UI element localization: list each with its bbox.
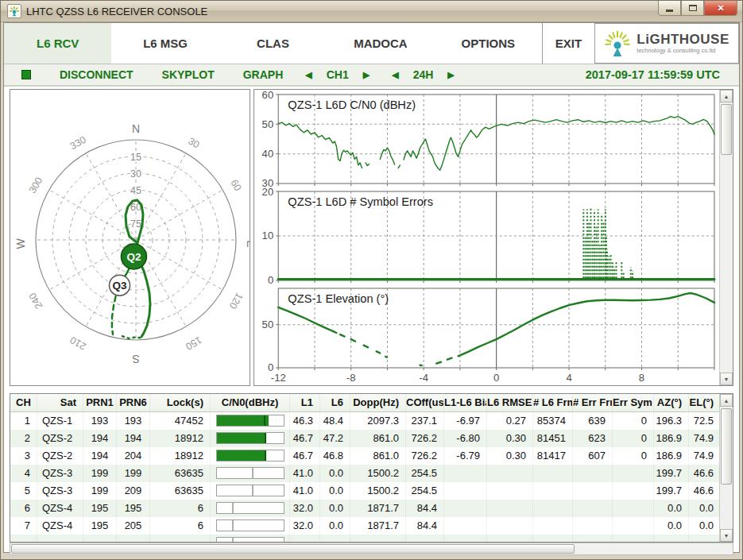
table-row[interactable]: 7QZS-4195205632.00.01871.784.40.00.0 bbox=[10, 517, 719, 535]
cell-errsym bbox=[613, 535, 654, 542]
column-header-errsym: Err Sym bbox=[613, 394, 654, 411]
cell-el: 74.9 bbox=[689, 447, 719, 465]
table-scrollbar[interactable]: ▲ ▼ bbox=[719, 394, 733, 542]
table-horizontal-scrollbar[interactable] bbox=[10, 543, 733, 555]
cell-prn6: 204 bbox=[117, 447, 150, 465]
tab-madoca[interactable]: MADOCA bbox=[327, 23, 434, 64]
table-header-row: CHSatPRN1PRN6Lock(s)C/N0(dBHz)L1L6Dopp(H… bbox=[10, 394, 719, 412]
cell-l1: 46.7 bbox=[290, 430, 320, 447]
scroll-down-icon[interactable]: ▼ bbox=[720, 529, 733, 542]
cn0-bar bbox=[216, 485, 284, 496]
disconnect-button[interactable]: DISCONNECT bbox=[60, 68, 134, 81]
titlebar[interactable]: LHTC QZSS L6 RECEIVER CONSOLE ✕ bbox=[1, 1, 742, 22]
cell-lock bbox=[150, 535, 211, 542]
table-row[interactable]: 4QZS-31991996363541.00.01500.2254.5199.7… bbox=[10, 465, 719, 482]
cell-prn1: 199 bbox=[83, 482, 117, 500]
svg-text:40: 40 bbox=[262, 148, 274, 160]
cell-l1: 32.0 bbox=[290, 517, 320, 535]
table-scrollbar-thumb[interactable] bbox=[721, 408, 732, 485]
cell-errfrm: 639 bbox=[573, 412, 613, 430]
app-icon bbox=[7, 4, 21, 18]
svg-text:-4: -4 bbox=[419, 372, 428, 384]
cell-errfrm bbox=[573, 482, 613, 500]
svg-text:S: S bbox=[132, 353, 139, 365]
status-strip bbox=[4, 555, 739, 560]
table-row[interactable]: 5QZS-31992096363541.00.01500.2254.5199.7… bbox=[10, 482, 719, 500]
cell-sat: QZS-3 bbox=[37, 482, 83, 500]
skyplot-button[interactable]: SKYPLOT bbox=[162, 68, 215, 81]
cell-rmse: 0.30 bbox=[487, 430, 533, 447]
minimize-button[interactable] bbox=[658, 1, 681, 16]
cell-coff: 237.1 bbox=[406, 412, 444, 430]
cell-bar bbox=[211, 465, 290, 482]
column-header-rmse: L6 RMSE bbox=[487, 394, 533, 411]
cell-prn1: 194 bbox=[83, 430, 117, 447]
cn0-bar bbox=[216, 537, 284, 542]
cell-ch: 6 bbox=[10, 500, 37, 517]
toolbar: DISCONNECT SKYPLOT GRAPH ◀ CH1 ▶ ◀ 24H ▶… bbox=[4, 64, 739, 87]
cell-dopp: 1500.2 bbox=[350, 482, 406, 500]
scroll-up-icon[interactable]: ▲ bbox=[720, 90, 733, 102]
svg-text:210: 210 bbox=[68, 334, 88, 353]
cell-sat bbox=[37, 535, 83, 542]
cell-az: 199.7 bbox=[654, 465, 689, 482]
cell-coff bbox=[406, 535, 444, 542]
cell-l6: 46.8 bbox=[320, 447, 350, 465]
graph-scrollbar-thumb[interactable] bbox=[721, 104, 732, 155]
cell-dopp: 1500.2 bbox=[350, 465, 406, 482]
skyplot-chart: 1530456075NESW3060120150210240300330Q2Q3 bbox=[10, 90, 250, 385]
range-next-icon[interactable]: ▶ bbox=[447, 70, 454, 80]
tab-clas[interactable]: CLAS bbox=[219, 23, 327, 64]
maximize-button[interactable] bbox=[681, 1, 704, 16]
satellite-marker-q3[interactable]: Q3 bbox=[110, 275, 130, 295]
cell-rmse bbox=[487, 535, 533, 542]
cell-bar bbox=[211, 535, 290, 542]
table-row-partial[interactable] bbox=[10, 535, 719, 542]
tab-exit[interactable]: EXIT bbox=[542, 23, 594, 64]
channel-value: CH1 bbox=[327, 68, 349, 81]
table-row[interactable]: 3QZS-21942041891246.746.8861.0726.2-6.79… bbox=[10, 447, 719, 465]
channel-next-icon[interactable]: ▶ bbox=[363, 70, 370, 80]
svg-text:20: 20 bbox=[262, 188, 274, 197]
column-header-ch: CH bbox=[10, 394, 37, 411]
table-row[interactable]: 2QZS-21941941891246.747.2861.0726.2-6.80… bbox=[10, 430, 719, 447]
graph-button[interactable]: GRAPH bbox=[243, 68, 284, 81]
close-button[interactable]: ✕ bbox=[704, 1, 737, 16]
cell-coff: 84.4 bbox=[406, 500, 444, 517]
time-series-charts: 30405060QZS-1 L6D C/N0 (dBHz) 01020QZS-1… bbox=[254, 90, 719, 385]
cell-l1: 46.7 bbox=[290, 447, 320, 465]
cell-bar bbox=[211, 517, 290, 535]
graph-scrollbar[interactable]: ▲ ▼ bbox=[719, 90, 733, 385]
svg-text:Q2: Q2 bbox=[126, 251, 141, 263]
cell-prn1: 195 bbox=[83, 517, 117, 535]
cell-dopp: 2097.3 bbox=[350, 412, 406, 430]
svg-text:50: 50 bbox=[262, 118, 274, 130]
cell-ch: 4 bbox=[10, 465, 37, 482]
scroll-down-icon[interactable]: ▼ bbox=[720, 373, 733, 385]
satellite-marker-q2[interactable]: Q2 bbox=[121, 244, 146, 269]
svg-text:0: 0 bbox=[268, 275, 273, 285]
cell-bias bbox=[444, 465, 487, 482]
scroll-up-icon[interactable]: ▲ bbox=[720, 394, 733, 407]
cell-el: 46.6 bbox=[689, 482, 719, 500]
cell-el: 0.0 bbox=[689, 517, 719, 535]
cell-errsym bbox=[613, 517, 654, 535]
tab-l6-msg[interactable]: L6 MSG bbox=[111, 23, 219, 64]
tab-l6-rcv[interactable]: L6 RCV bbox=[4, 23, 111, 64]
table-horizontal-scrollbar-thumb[interactable] bbox=[11, 544, 575, 554]
cell-rmse: 0.30 bbox=[487, 447, 533, 465]
column-header-prn6: PRN6 bbox=[117, 394, 150, 411]
cell-l1 bbox=[290, 535, 320, 542]
cell-sat: QZS-3 bbox=[37, 465, 83, 482]
tab-options[interactable]: OPTIONS bbox=[435, 23, 542, 64]
symbol-errors-chart: 01020QZS-1 L6D # Symbol Errors bbox=[254, 188, 719, 285]
table-row[interactable]: 6QZS-4195195632.00.01871.784.40.00.0 bbox=[10, 500, 719, 517]
range-prev-icon[interactable]: ◀ bbox=[392, 70, 398, 80]
table-row[interactable]: 1QZS-11931934745246.348.42097.3237.1-6.9… bbox=[10, 412, 719, 430]
cn0-bar bbox=[216, 467, 284, 479]
cell-errfrm bbox=[573, 465, 613, 482]
cell-prn1: 195 bbox=[83, 500, 117, 517]
lighthouse-logo-icon bbox=[604, 29, 631, 58]
channel-prev-icon[interactable]: ◀ bbox=[305, 70, 312, 80]
cn0-bar bbox=[216, 519, 284, 531]
